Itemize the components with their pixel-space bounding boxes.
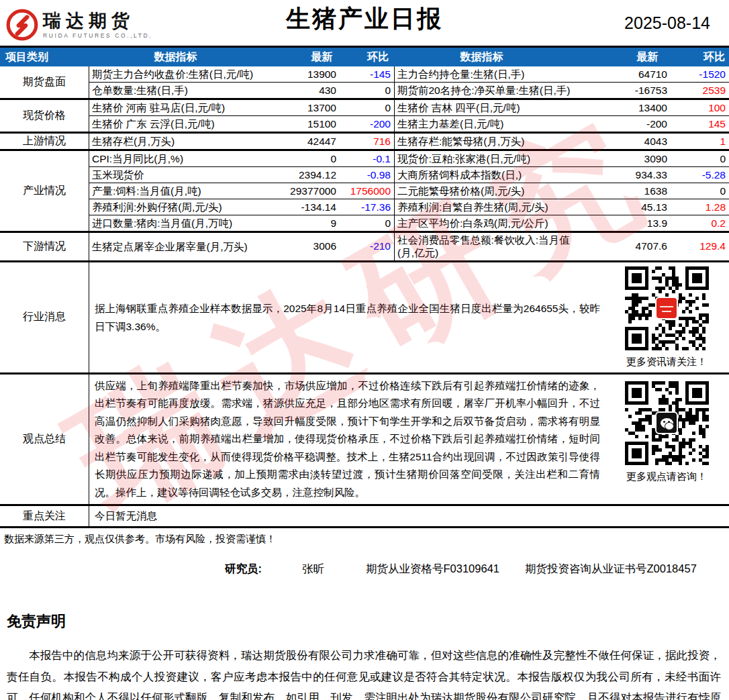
news-qr-caption: 更多资讯请关注！ <box>626 356 707 368</box>
table-section: 下游情况 生猪定点屠宰企业屠宰量(月,万头) 3006 -210 社会消费品零售… <box>0 233 729 262</box>
mom-value: 0.2 <box>667 217 729 230</box>
table-row: 生猪定点屠宰企业屠宰量(月,万头) 3006 -210 社会消费品零售总额:餐饮… <box>89 233 729 260</box>
section-opinion-summary: 观点总结 供应端，上旬养殖端降重出栏节奏加快，市场供应增加，不过价格连续下跌后有… <box>0 374 729 507</box>
latest-value: 0 <box>266 153 336 165</box>
table-row: 期货主力合约收盘价:生猪(日,元/吨) 13900 -145 主力合约持仓量:生… <box>89 66 729 83</box>
latest-value: 3006 <box>266 240 336 252</box>
indicator-label: 养殖利润:自繁自养生猪(周,元/头) <box>395 200 580 214</box>
indicator-label: 社会消费品零售总额:餐饮收入:当月值(月,亿元) <box>395 233 580 260</box>
latest-value: 1638 <box>580 185 667 197</box>
mom-value: 0 <box>667 185 729 197</box>
latest-value: 3090 <box>580 153 667 165</box>
table-row: 产量:饲料:当月值(月,吨) 29377000 1756000 二元能繁母猪价格… <box>89 183 729 199</box>
table-header-row: 项目类别 数据指标 最新 环比 数据指标 最新 环比 <box>0 48 729 66</box>
latest-value: 4043 <box>580 136 667 148</box>
indicator-label: 生猪价 河南 驻马店(日,元/吨) <box>89 101 266 115</box>
latest-value: -16753 <box>580 85 667 97</box>
table-row: 生猪价 广东 云浮(日,元/吨) 15100 -200 生猪主力基差(日,元/吨… <box>89 116 729 132</box>
indicator-label: 生猪主力基差(日,元/吨) <box>395 117 580 131</box>
mom-value: 145 <box>667 118 729 130</box>
table-row: 玉米现货价 2394.12 -0.98 大商所猪饲料成本指数(日,) 934.3… <box>89 167 729 183</box>
col-header-indicator: 数据指标 <box>89 50 262 64</box>
mom-value: 0 <box>667 153 729 165</box>
opinion-qr-column: 更多观点请咨询！ <box>604 374 729 505</box>
latest-value: 13700 <box>266 102 336 114</box>
indicator-label: 现货价:豆粕:张家港(日,元/吨) <box>395 152 580 166</box>
latest-value: 430 <box>266 85 336 97</box>
data-sections: 期货盘面 期货主力合约收盘价:生猪(日,元/吨) 13900 -145 主力合约… <box>0 66 729 262</box>
category-label: 下游情况 <box>0 233 89 260</box>
table-row: 仓单数量:生猪(日,手) 430 0 期货前20名持仓:净买单量:生猪(日,手)… <box>89 83 729 98</box>
indicator-label: 生猪定点屠宰企业屠宰量(月,万头) <box>89 240 266 254</box>
table-row: 生猪价 河南 驻马店(日,元/吨) 13700 0 生猪价 吉林 四平(日,元/… <box>89 100 729 116</box>
col-header-indicator-2: 数据指标 <box>393 50 571 64</box>
latest-value: 42447 <box>266 136 336 148</box>
latest-value: 2394.12 <box>266 169 336 181</box>
indicator-label: 仓单数量:生猪(日,手) <box>89 83 266 97</box>
key-focus-text: 今日暂无消息 <box>89 506 729 526</box>
mom-value: -200 <box>336 118 394 130</box>
mom-value: 2539 <box>667 85 729 97</box>
report-date: 2025-08-14 <box>624 13 710 33</box>
table-section: 期货盘面 期货主力合约收盘价:生猪(日,元/吨) 13900 -145 主力合约… <box>0 66 729 100</box>
mom-value: 100 <box>667 102 729 114</box>
indicator-label: 生猪价 吉林 四平(日,元/吨) <box>395 101 580 115</box>
section-rows: 生猪价 河南 驻马店(日,元/吨) 13700 0 生猪价 吉林 四平(日,元/… <box>89 100 729 132</box>
indicator-label: 生猪存栏(月,万头) <box>89 134 266 148</box>
mom-value: 0 <box>336 217 394 230</box>
opinion-summary-text: 供应端，上旬养殖端降重出栏节奏加快，市场供应增加，不过价格连续下跌后有引起养殖端… <box>89 374 604 505</box>
indicator-label: 生猪存栏:能繁母猪(月,万头) <box>395 134 580 148</box>
page-title: 生猪产业日报 <box>0 3 729 36</box>
indicator-label: 主产区平均价:白条鸡(周,元/公斤) <box>395 216 580 230</box>
latest-value: 45.13 <box>580 201 667 213</box>
disclaimer-title: 免责声明 <box>7 611 721 632</box>
ruida-qr-logo-icon <box>655 297 678 319</box>
category-label: 上游情况 <box>0 134 89 149</box>
page-header: 瑞达期货 RUIDA FUTURES CO.,LTD. 生猪产业日报 2025-… <box>0 0 729 46</box>
category-label: 产业情况 <box>0 151 89 231</box>
table-section: 产业情况 CPI:当月同比(月,%) 0 -0.1 现货价:豆粕:张家港(日,元… <box>0 151 729 233</box>
mom-value: 0 <box>336 102 394 114</box>
latest-value: 64710 <box>580 68 667 81</box>
indicator-label: 生猪价 广东 云浮(日,元/吨) <box>89 117 266 131</box>
section-industry-news: 行业消息 据上海钢联重点养殖企业样本数据显示，2025年8月14日重点养殖企业全… <box>0 262 729 374</box>
mom-value: 1756000 <box>336 185 394 197</box>
indicator-label: 二元能繁母猪价格(周,元/头) <box>395 184 580 198</box>
latest-value: 29377000 <box>266 185 336 197</box>
table-row: CPI:当月同比(月,%) 0 -0.1 现货价:豆粕:张家港(日,元/吨) 3… <box>89 151 729 167</box>
category-label: 现货价格 <box>0 100 89 132</box>
col-header-latest-2: 最新 <box>571 50 658 64</box>
mom-value: -5.28 <box>667 169 729 181</box>
table-section: 现货价格 生猪价 河南 驻马店(日,元/吨) 13700 0 生猪价 吉林 四平… <box>0 100 729 134</box>
section-rows: 生猪定点屠宰企业屠宰量(月,万头) 3006 -210 社会消费品零售总额:餐饮… <box>89 233 729 260</box>
disclaimer-section: 免责声明 本报告中的信息均来源于公开可获得资料，瑞达期货股份有限公司力求准确可靠… <box>7 611 721 700</box>
table-row: 生猪存栏(月,万头) 42447 716 生猪存栏:能繁母猪(月,万头) 404… <box>89 134 729 149</box>
indicator-label: 养殖利润:外购仔猪(周,元/头) <box>89 200 266 214</box>
indicator-label: 进口数量:猪肉:当月值(月,万吨) <box>89 216 266 230</box>
indicator-label: 期货主力合约收盘价:生猪(日,元/吨) <box>89 67 266 81</box>
mom-value: -0.1 <box>336 153 394 165</box>
researcher-name: 张昕 <box>302 562 324 577</box>
researcher-advisor-cert: 期货投资咨询从业证书号Z0018457 <box>525 562 697 577</box>
opinion-qr-caption: 更多观点请咨询！ <box>626 470 707 483</box>
section-rows: CPI:当月同比(月,%) 0 -0.1 现货价:豆粕:张家港(日,元/吨) 3… <box>89 151 729 231</box>
col-header-category: 项目类别 <box>0 50 89 64</box>
mom-value: -0.98 <box>336 169 394 181</box>
latest-value: 13.9 <box>580 217 667 230</box>
latest-value: 15100 <box>266 118 336 130</box>
col-header-mom-2: 环比 <box>658 50 729 64</box>
latest-value: -134.14 <box>266 201 336 213</box>
category-label: 期货盘面 <box>0 66 89 98</box>
data-source-note: 数据来源第三方，观点仅供参考。市场有风险，投资需谨慎！ <box>4 533 729 546</box>
mom-value: 1 <box>667 136 729 148</box>
mom-value: -145 <box>336 68 394 81</box>
latest-value: 9 <box>266 217 336 230</box>
latest-value: 13400 <box>580 102 667 114</box>
indicator-label: CPI:当月同比(月,%) <box>89 152 266 166</box>
section-rows: 生猪存栏(月,万头) 42447 716 生猪存栏:能繁母猪(月,万头) 404… <box>89 134 729 149</box>
researcher-qualification: 期货从业资格号F03109641 <box>366 562 499 577</box>
category-label: 行业消息 <box>0 262 89 372</box>
indicator-label: 玉米现货价 <box>89 168 266 182</box>
researcher-label: 研究员: <box>225 562 262 577</box>
wechat-icon <box>655 411 678 434</box>
